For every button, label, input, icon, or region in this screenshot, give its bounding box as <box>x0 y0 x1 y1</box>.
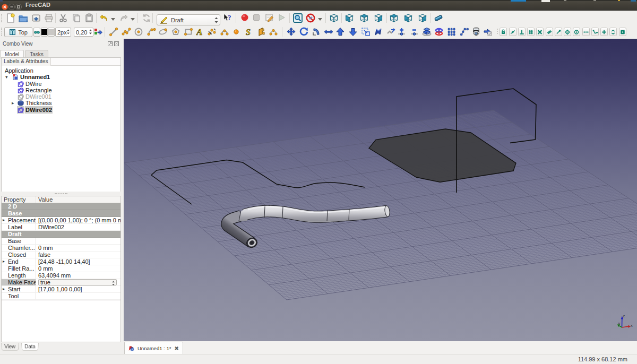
svg-text:?: ? <box>228 13 231 21</box>
svg-text:A: A <box>196 27 202 37</box>
svg-text:S: S <box>246 28 251 37</box>
svg-text:y: y <box>618 321 621 326</box>
svg-text:x: x <box>631 323 633 328</box>
svg-text:z: z <box>623 314 625 318</box>
